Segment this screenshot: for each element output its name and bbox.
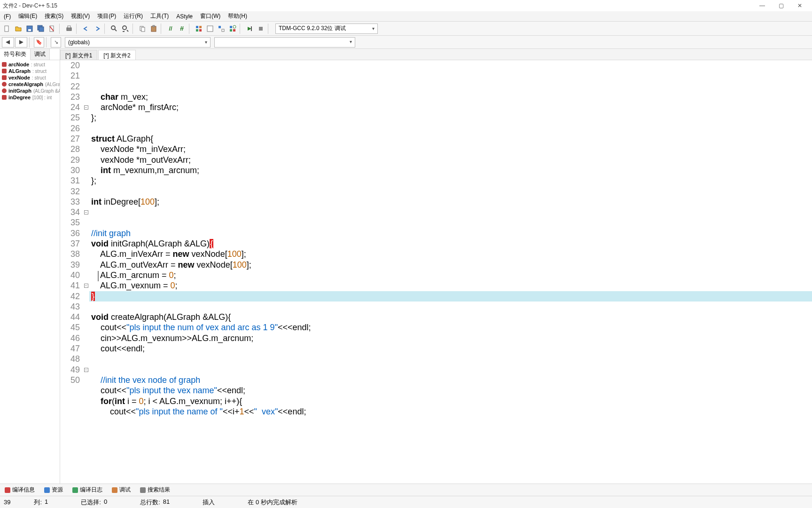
code-line[interactable]: cout<<endl; [89,343,812,354]
goto-button[interactable]: ↘ [51,37,61,48]
code-line[interactable] [89,217,812,228]
save-all-button[interactable] [36,24,46,34]
copy-button[interactable] [137,24,148,34]
svg-rect-0 [5,26,8,32]
tab-icon [112,487,117,493]
nav-forward-button[interactable]: ⯈ [15,37,27,48]
code-line[interactable]: ALG.m_vexnum = 0; [89,280,812,291]
svg-rect-2 [28,29,31,31]
symbol-item[interactable]: createAlgraph(ALGra [0,81,60,87]
svg-point-9 [111,26,115,30]
undo-button[interactable] [81,24,91,34]
menu-item[interactable]: AStyle [173,12,195,21]
sidebar-tab-debug[interactable]: 调试 [31,49,50,60]
function-select[interactable] [214,37,355,48]
sidebar-tab-symbols[interactable]: 符号和类 [0,49,31,60]
new-file-button[interactable] [2,24,12,34]
code-line[interactable]: ALG.m_arcnum = 0; [89,270,812,280]
minimize-button[interactable]: — [753,1,772,10]
svg-rect-23 [230,26,232,28]
editor-tab[interactable]: [*] 新文件2 [98,50,135,60]
symbol-icon [2,82,7,87]
paste-button[interactable] [148,24,159,34]
run-button[interactable] [205,24,215,34]
code-line[interactable] [89,365,812,375]
rebuild-button[interactable] [227,24,238,34]
globals-select[interactable]: (globals) [65,37,211,48]
code-line[interactable] [89,354,812,364]
open-button[interactable] [13,24,23,34]
menu-item[interactable]: 项目(P) [94,11,119,21]
symbol-item[interactable]: inDegree[100] : int [0,94,60,101]
symbol-item[interactable]: arcNode: struct [0,61,60,68]
print-button[interactable] [64,24,74,34]
status-parse-time: 在 0 秒内完成解析 [248,498,297,507]
output-tab[interactable]: 编译日志 [70,485,105,495]
code-line[interactable]: cout<<"pls input the name of "<<i+1<<" v… [89,406,812,417]
debug-button[interactable] [244,24,255,34]
nav-back-button[interactable]: ⯇ [2,37,14,48]
compile-run-button[interactable] [216,24,226,34]
maximize-button[interactable]: ▢ [772,1,790,10]
symbol-item[interactable]: ALGraph: struct [0,68,60,74]
menu-item[interactable]: 视图(V) [68,11,93,21]
redo-button[interactable] [92,24,102,34]
code-line[interactable] [89,186,812,197]
code-line[interactable]: cout<<"pls input the vex name"<<endl; [89,385,812,396]
code-line[interactable]: arcNode* m_firstArc; [89,102,812,112]
menu-item[interactable]: 窗口(W) [197,11,223,21]
code-line[interactable]: struct ALGraph{ [89,134,812,144]
code-line[interactable] [89,302,812,312]
close-file-button[interactable] [47,24,57,34]
symbol-item[interactable]: vexNode: struct [0,74,60,81]
symbol-icon [2,62,7,67]
svg-line-10 [115,29,117,31]
output-tab[interactable]: 搜索结果 [137,485,173,495]
code-line[interactable]: cin>>ALG.m_vexnum>>ALG.m_arcnum; [89,333,812,343]
menu-item[interactable]: (F) [1,12,14,21]
menu-item[interactable]: 编辑(E) [16,11,40,21]
code-line[interactable] [89,207,812,217]
menu-item[interactable]: 帮助(H) [225,11,250,21]
compile-button[interactable] [194,24,204,34]
output-tab[interactable]: 调试 [109,485,133,495]
code-line[interactable]: //init graph [89,228,812,238]
code-line[interactable]: //init the vex node of graph [89,375,812,385]
code-line[interactable]: void createAlgraph(ALGraph &ALG){ [89,312,812,322]
close-button[interactable]: ✕ [790,1,809,10]
code-line[interactable]: ALG.m_outVexArr = new vexNode[100]; [89,260,812,270]
replace-button[interactable] [120,24,131,34]
find-button[interactable] [109,24,119,34]
menu-item[interactable]: 运行(R) [121,11,146,21]
code-line[interactable]: char m_vex; [89,92,812,102]
uncomment-button[interactable]: // [177,24,187,34]
svg-rect-7 [67,28,71,31]
nav-toolbar: ⯇ ⯈ 🔖 ↘ (globals) [0,36,812,49]
svg-rect-29 [259,27,263,31]
code-line[interactable]: ALG.m_inVexArr = new vexNode[100]; [89,249,812,259]
compiler-select[interactable]: TDM-GCC 9.2.0 32位 调试 [275,24,378,34]
code-line[interactable]: } [89,291,812,302]
editor-tab[interactable]: [*] 新文件1 [60,50,97,60]
comment-button[interactable]: // [165,24,176,34]
code-line[interactable]: vexNode *m_inVexArr; [89,144,812,154]
save-button[interactable] [24,24,35,34]
output-tab[interactable]: 编译信息 [2,485,38,495]
menu-item[interactable]: 工具(T) [148,11,172,21]
code-editor[interactable]: 2021222324252627282930313233343536373839… [60,60,812,484]
code-line[interactable] [89,123,812,134]
stop-button[interactable] [256,24,266,34]
output-tab[interactable]: 资源 [41,485,66,495]
symbol-item[interactable]: initGraph(ALGraph &A [0,87,60,94]
bookmark-toggle-button[interactable]: 🔖 [34,37,44,48]
code-line[interactable]: int inDegree[100]; [89,197,812,207]
code-line[interactable]: vexNode *m_outVexArr; [89,155,812,165]
code-line[interactable]: cout<<"pls input the num of vex and arc … [89,322,812,333]
menu-item[interactable]: 搜索(S) [42,11,66,21]
code-line[interactable]: int m_vexnum,m_arcnum; [89,165,812,175]
tab-icon [5,487,10,493]
code-line[interactable]: void initGraph(ALGraph &ALG){ [89,238,812,249]
code-line[interactable]: }; [89,112,812,123]
code-line[interactable]: for(int i = 0; i < ALG.m_vexnum; i++){ [89,396,812,406]
code-line[interactable]: }; [89,175,812,186]
